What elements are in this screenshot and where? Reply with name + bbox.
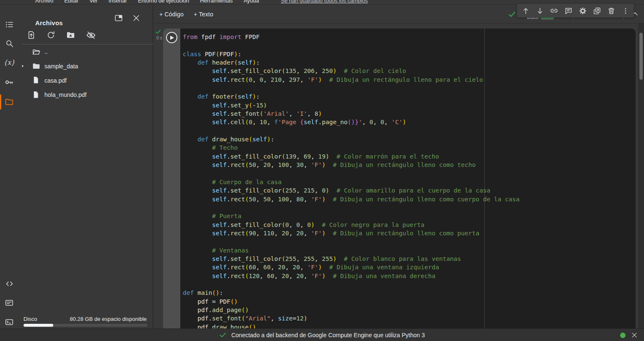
menu-item-insertar[interactable]: Insertar: [109, 0, 127, 4]
code-line: self.set_fill_color(135, 206, 250) # Col…: [183, 67, 519, 75]
code-line: self.set_fill_color(139, 69, 19) # Color…: [183, 152, 519, 161]
code-line: def header(self):: [183, 58, 519, 67]
code-line: # Puerta: [183, 212, 519, 220]
tree-item-hola_mundo.pdf[interactable]: hola_mundo.pdf: [18, 88, 153, 102]
saved-status-link[interactable]: Se han guardado todos los cambios: [281, 0, 368, 4]
folder-open-icon: [32, 47, 41, 56]
open-panel-in-tab-icon[interactable]: [114, 13, 123, 23]
code-line: [183, 203, 519, 212]
notebook-scroll-area[interactable]: 0 s from fpdf import FPDF class PDF(FPDF…: [154, 23, 644, 328]
cell-execution-badge: 0 s: [155, 29, 164, 40]
play-icon: [170, 36, 174, 40]
code-line: def footer(self):: [183, 92, 519, 101]
code-line: class PDF(FPDF):: [183, 50, 519, 58]
code-line: # Cuerpo de la casa: [183, 178, 519, 186]
files-folder-icon[interactable]: [5, 97, 14, 107]
code-line: self.rect(50, 20, 100, 30, 'F') # Dibuja…: [183, 161, 519, 169]
cell-gutter: [163, 29, 180, 328]
code-line: # Ventanas: [183, 246, 519, 255]
code-line: self.rect(0, 0, 210, 297, 'F') # Dibuja …: [183, 75, 519, 84]
code-snippets-icon[interactable]: [5, 279, 14, 288]
move-cell-up-icon[interactable]: [521, 6, 530, 15]
file-icon: [32, 76, 41, 85]
code-line: pdf = PDF(): [183, 297, 519, 306]
upload-file-icon[interactable]: [26, 30, 36, 40]
add-comment-icon[interactable]: [564, 6, 573, 15]
copy-cell-link-icon[interactable]: [550, 6, 558, 15]
left-rail: {x}: [0, 5, 18, 328]
menu-item-entorno-de-ejecuci-n[interactable]: Entorno de ejecución: [138, 0, 189, 4]
code-line: from fpdf import FPDF: [183, 33, 519, 41]
status-close-icon[interactable]: [631, 331, 638, 339]
code-line: [183, 41, 519, 49]
code-line: [183, 280, 519, 289]
cell-exec-time: 0 s: [155, 36, 164, 40]
menu-item-ayuda[interactable]: Ayuda: [244, 0, 259, 4]
tree-item-casa.pdf[interactable]: casa.pdf: [18, 73, 153, 88]
disk-available-text: 80.28 GB de espacio disponible: [70, 316, 147, 322]
file-icon: [32, 91, 41, 99]
more-cell-actions-icon[interactable]: [621, 6, 630, 15]
code-content: from fpdf import FPDF class PDF(FPDF): d…: [183, 33, 519, 328]
terminal-icon[interactable]: [5, 318, 14, 327]
cell-settings-gear-icon[interactable]: [578, 6, 587, 15]
code-line: [183, 169, 519, 178]
code-line: def draw_house(self):: [183, 135, 519, 143]
run-cell-button[interactable]: [166, 32, 177, 43]
expand-caret-icon[interactable]: [21, 64, 26, 69]
add-code-button[interactable]: + Código: [159, 5, 184, 23]
code-line: self.cell(0, 10, f'Page {self.page_no()}…: [183, 118, 519, 126]
secrets-key-icon[interactable]: [5, 78, 14, 87]
code-line: self.set_fill_color(0, 0, 0) # Color neg…: [183, 221, 519, 229]
code-line: def main():: [183, 289, 519, 297]
file-tree: ..sample_datacasa.pdfhola_mundo.pdf: [18, 44, 153, 102]
tree-item-label: ..: [44, 48, 48, 55]
move-cell-down-icon[interactable]: [535, 6, 544, 15]
delete-cell-trash-icon[interactable]: [607, 6, 615, 15]
hide-hidden-files-icon[interactable]: [86, 30, 96, 40]
variables-icon[interactable]: {x}: [5, 58, 14, 67]
code-line: self.set_y(-15): [183, 101, 519, 109]
code-line: pdf.draw_house(): [183, 323, 519, 328]
mirror-cell-in-tab-icon[interactable]: [592, 6, 601, 15]
code-line: self.rect(90, 110, 20, 20, 'F') # Dibuja…: [183, 229, 519, 237]
cell-success-check-icon: [155, 29, 161, 34]
disk-label: Disco: [23, 316, 37, 322]
files-panel-title: Archivos: [35, 19, 63, 26]
menu-item-ver[interactable]: Ver: [89, 0, 98, 4]
code-line: self.set_fill_color(255, 215, 0) # Color…: [183, 186, 519, 195]
notebook-main: + Código + Texto RAM Disco: [154, 5, 644, 328]
vertical-scrollbar[interactable]: [638, 23, 644, 328]
statusbar: Conectado a del backend de Google Comput…: [0, 328, 644, 341]
search-icon[interactable]: [5, 39, 14, 48]
menubar-items: ArchivoEditarVerInsertarEntorno de ejecu…: [35, 0, 259, 4]
mount-drive-icon[interactable]: [66, 30, 75, 40]
table-of-contents-icon[interactable]: [5, 20, 14, 29]
colab-app: ArchivoEditarVerInsertarEntorno de ejecu…: [0, 0, 644, 341]
command-palette-icon[interactable]: [5, 298, 14, 307]
connection-status-dot: [620, 333, 626, 338]
files-panel: Archivos ..sample_datacasa.pdfhola_mundo…: [18, 5, 153, 328]
close-panel-icon[interactable]: [132, 13, 141, 23]
code-line: self.set_fill_color(255, 255, 255) # Col…: [183, 255, 519, 263]
status-check-icon: [219, 332, 226, 338]
disk-usage-bar: [23, 324, 148, 327]
tree-item-sample_data[interactable]: sample_data: [18, 59, 153, 73]
code-editor[interactable]: from fpdf import FPDF class PDF(FPDF): d…: [180, 29, 636, 328]
code-line: [183, 237, 519, 246]
disk-usage-fill: [23, 324, 53, 327]
refresh-icon[interactable]: [46, 30, 56, 40]
code-line: self.set_font('Arial', 'I', 8): [183, 109, 519, 118]
code-line: pdf.set_font("Arial", size=12): [183, 314, 519, 323]
tree-item-label: sample_data: [44, 63, 78, 70]
tree-item-label: casa.pdf: [44, 77, 67, 84]
tree-item-..[interactable]: ..: [18, 44, 153, 59]
scrollbar-thumb[interactable]: [639, 33, 643, 80]
code-line: self.rect(50, 50, 100, 80, 'F') # Dibuja…: [183, 195, 519, 203]
code-line: pdf.add_page(): [183, 306, 519, 314]
add-text-button[interactable]: + Texto: [194, 5, 213, 23]
menu-item-herramientas[interactable]: Herramientas: [200, 0, 233, 4]
menu-item-archivo[interactable]: Archivo: [35, 0, 53, 4]
menu-item-editar[interactable]: Editar: [64, 0, 78, 4]
code-line: [183, 127, 519, 135]
